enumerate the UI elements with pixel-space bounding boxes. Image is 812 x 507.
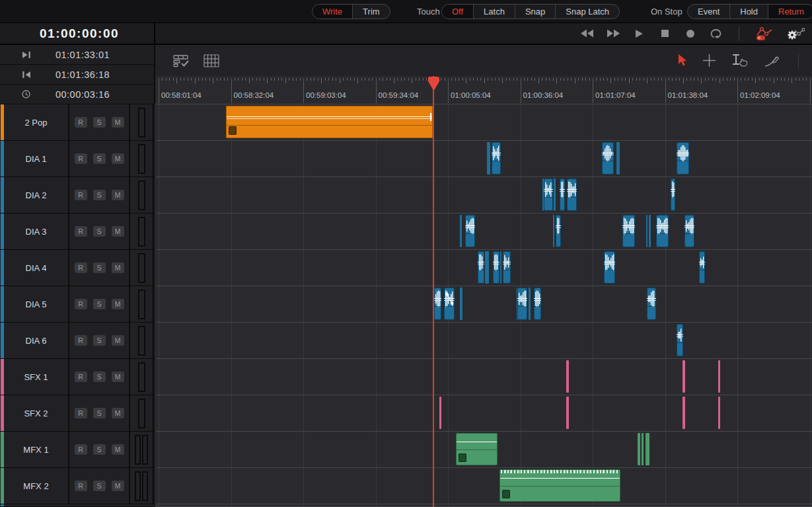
track-name-cell[interactable]: DIA 6 [0, 323, 69, 358]
solo-button[interactable]: S [93, 262, 106, 273]
track-lane[interactable] [155, 432, 812, 468]
track-name-cell[interactable]: DIA 3 [0, 214, 69, 249]
track-lane[interactable] [155, 141, 812, 177]
audio-clip[interactable] [439, 397, 441, 429]
range-selection-tool-icon[interactable] [731, 54, 749, 68]
audio-clip[interactable] [602, 142, 614, 175]
audio-clip[interactable] [460, 288, 462, 320]
track-lane[interactable] [155, 468, 812, 504]
record-arm-button[interactable]: R [75, 299, 87, 309]
audio-clip[interactable] [616, 142, 620, 175]
audio-clip[interactable] [534, 288, 541, 320]
crosshair-tool-icon[interactable] [702, 54, 716, 67]
audio-clip[interactable] [434, 288, 441, 320]
track-name-cell[interactable]: MFX 1 [0, 432, 69, 467]
selection-timecode[interactable]: 01:01:33:01 [31, 50, 134, 60]
record-arm-button[interactable]: R [75, 153, 87, 164]
track-lane[interactable] [155, 286, 812, 323]
mute-button[interactable]: M [112, 335, 124, 346]
track-lane[interactable] [155, 214, 812, 250]
track-name-cell[interactable]: DIA 1 [0, 141, 69, 176]
play-button[interactable] [632, 26, 646, 41]
solo-button[interactable]: S [93, 371, 106, 382]
track-lane[interactable] [155, 359, 812, 395]
mode-button-write[interactable]: Write [313, 5, 352, 19]
audio-clip[interactable] [677, 142, 689, 175]
audio-clip[interactable] [646, 433, 649, 465]
solo-button[interactable]: S [93, 444, 106, 455]
audio-clip[interactable] [500, 251, 501, 284]
selection-timecode[interactable]: 00:00:03:16 [31, 89, 134, 100]
touch-button-snap-latch[interactable]: Snap Latch [555, 5, 619, 19]
audio-clip[interactable] [567, 178, 577, 211]
track-lane[interactable] [155, 323, 812, 359]
audio-clip[interactable] [638, 433, 640, 465]
stop-button[interactable] [657, 26, 672, 41]
rewind-button[interactable] [580, 26, 595, 41]
audio-clip[interactable] [499, 469, 620, 502]
track-name-cell[interactable]: DIA 5 [0, 286, 69, 322]
index-grid-icon[interactable] [203, 54, 219, 67]
mute-button[interactable]: M [112, 444, 124, 455]
timecode-ruler[interactable]: 00:58:01:0400:58:32:0400:59:03:0400:59:3… [155, 76, 812, 104]
touch-button-snap[interactable]: Snap [515, 5, 555, 19]
audio-clip[interactable] [677, 324, 683, 356]
mute-button[interactable]: M [112, 226, 124, 237]
audio-clip[interactable] [478, 251, 484, 284]
mute-button[interactable]: M [112, 299, 124, 309]
master-timecode[interactable]: 01:00:00:00 [40, 26, 119, 41]
track-lane[interactable] [155, 177, 812, 214]
record-arm-button[interactable]: R [75, 262, 87, 273]
solo-button[interactable]: S [93, 481, 106, 491]
on-stop-button-event[interactable]: Event [688, 5, 729, 19]
audio-clip[interactable] [566, 397, 569, 429]
fast-forward-button[interactable] [606, 26, 620, 41]
audio-clip[interactable] [683, 397, 685, 429]
audio-clip[interactable] [683, 360, 685, 393]
touch-button-off[interactable]: Off [442, 5, 473, 19]
track-name-cell[interactable]: DIA 4 [0, 250, 69, 286]
audio-clip[interactable] [560, 178, 565, 211]
record-arm-button[interactable]: R [75, 444, 87, 455]
audio-clip[interactable] [529, 288, 531, 320]
mute-button[interactable]: M [112, 190, 124, 200]
audio-clip[interactable] [553, 215, 554, 247]
playhead-marker[interactable] [427, 76, 440, 92]
on-stop-button-return[interactable]: Return [768, 5, 812, 19]
track-name-cell[interactable]: SFX 2 [0, 395, 69, 431]
audio-clip[interactable] [456, 433, 498, 465]
audio-clip[interactable] [444, 288, 455, 320]
mute-button[interactable]: M [112, 262, 124, 273]
track-name-cell[interactable]: SFX 1 [0, 359, 69, 395]
audio-clip[interactable] [492, 142, 501, 175]
record-arm-button[interactable]: R [75, 190, 87, 200]
mute-button[interactable]: M [112, 117, 124, 128]
track-lane[interactable] [155, 395, 812, 432]
solo-button[interactable]: S [93, 299, 106, 309]
audio-clip[interactable] [503, 251, 511, 284]
audio-clip[interactable] [487, 142, 490, 175]
audio-clip[interactable] [647, 288, 656, 320]
mute-button[interactable]: M [112, 371, 124, 382]
automation-settings-icon[interactable] [786, 26, 805, 41]
track-lane[interactable] [155, 250, 812, 286]
audio-clip[interactable] [642, 433, 644, 465]
solo-button[interactable]: S [93, 117, 106, 128]
audio-clip[interactable] [656, 215, 669, 247]
solo-button[interactable]: S [93, 190, 106, 200]
audio-clip[interactable] [671, 178, 675, 211]
mute-button[interactable]: M [112, 408, 124, 418]
audio-clip[interactable] [718, 397, 720, 429]
track-lane[interactable] [155, 104, 812, 141]
audio-clip[interactable] [604, 251, 615, 284]
solo-button[interactable]: S [93, 226, 106, 237]
track-name-cell[interactable]: MFX 2 [0, 468, 69, 504]
mute-button[interactable]: M [112, 481, 124, 491]
audio-clip[interactable] [556, 215, 561, 247]
pointer-tool-icon[interactable] [678, 54, 688, 67]
solo-button[interactable]: S [93, 408, 106, 418]
audio-clip[interactable] [684, 215, 694, 247]
record-arm-button[interactable]: R [75, 117, 87, 128]
audio-clip[interactable] [566, 360, 569, 393]
loop-button[interactable] [709, 26, 723, 41]
